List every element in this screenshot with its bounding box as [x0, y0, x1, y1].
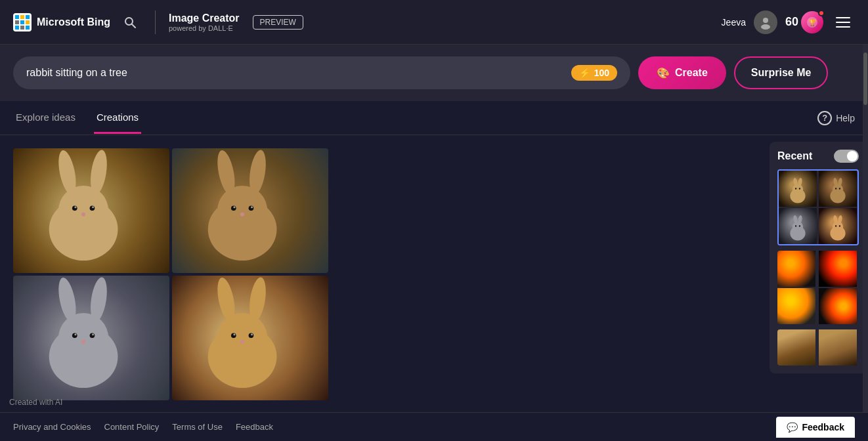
coins-section: 60 🏆	[785, 11, 823, 33]
footer-feedback-button[interactable]: 💬 Feedback	[776, 417, 855, 438]
search-section: ⚡ 100 🎨 Create Surprise Me	[0, 45, 868, 101]
bing-name: Microsoft Bing	[37, 16, 110, 28]
recent-toggle[interactable]	[834, 150, 859, 163]
user-name: Jeeva	[722, 17, 746, 28]
terms-link[interactable]: Terms of Use	[172, 422, 223, 432]
avatar[interactable]	[754, 10, 777, 34]
tab-explore[interactable]: Explore ideas	[13, 102, 78, 134]
recent-grid-1[interactable]	[777, 169, 859, 245]
scrollbar-track[interactable]	[863, 45, 868, 412]
recent-grid-3[interactable]	[777, 329, 859, 366]
bing-logo[interactable]: Microsoft Bing	[13, 13, 110, 32]
recent-thumb-9[interactable]	[777, 329, 815, 366]
scrollbar-thumb[interactable]	[863, 52, 867, 105]
recent-thumb-1[interactable]	[779, 171, 817, 207]
privacy-link[interactable]: Privacy and Cookies	[13, 422, 91, 432]
image-grid	[13, 148, 328, 399]
header: Microsoft Bing Image Creator powered by …	[0, 0, 868, 45]
svg-point-11	[763, 18, 768, 23]
hamburger-menu-button[interactable]	[831, 10, 855, 34]
generated-image-2[interactable]	[172, 148, 328, 273]
create-label: Create	[675, 67, 708, 79]
recent-grid-2[interactable]	[777, 251, 859, 324]
notification-dot	[818, 10, 825, 16]
svg-text:🏆: 🏆	[808, 18, 817, 27]
hamburger-line-3	[836, 26, 850, 28]
generated-image-4[interactable]	[172, 276, 328, 400]
help-button[interactable]: ? Help	[817, 111, 855, 125]
tabs-section: Explore ideas Creations ? Help	[0, 101, 868, 135]
header-divider	[155, 10, 156, 34]
coin-icon: 🏆	[801, 11, 823, 33]
search-input-wrapper: ⚡ 100	[13, 56, 630, 89]
header-search-button[interactable]	[118, 10, 142, 34]
tab-creations[interactable]: Creations	[94, 102, 141, 134]
bolt-icon: ⚡	[579, 68, 590, 78]
svg-rect-6	[15, 26, 19, 30]
recent-section: Recent	[770, 142, 867, 373]
feedback-btn-label: Feedback	[802, 422, 844, 432]
bolt-badge: ⚡ 100	[571, 65, 617, 81]
toggle-knob	[847, 151, 857, 161]
main-content: Recent	[0, 135, 868, 412]
bolt-count: 100	[594, 68, 609, 78]
generated-image-1[interactable]	[13, 148, 169, 273]
create-button[interactable]: 🎨 Create	[638, 56, 726, 89]
recent-thumb-7[interactable]	[777, 288, 815, 324]
app-title: Image Creator	[169, 12, 240, 24]
search-input[interactable]	[26, 67, 563, 79]
svg-rect-0	[15, 15, 19, 19]
create-icon: 🎨	[657, 67, 670, 79]
surprise-me-button[interactable]: Surprise Me	[734, 56, 829, 89]
recent-header: Recent	[777, 150, 859, 163]
help-icon: ?	[817, 111, 832, 125]
recent-thumb-5[interactable]	[777, 251, 815, 287]
recent-thumb-6[interactable]	[819, 251, 857, 287]
image-creator-branding: Image Creator powered by DALL·E	[169, 12, 240, 32]
footer: Privacy and Cookies Content Policy Terms…	[0, 412, 868, 441]
app-subtitle: powered by DALL·E	[169, 24, 240, 32]
svg-rect-5	[26, 20, 30, 24]
preview-badge: PREVIEW	[253, 15, 303, 30]
generated-image-3[interactable]	[13, 276, 169, 400]
recent-thumb-4[interactable]	[819, 208, 857, 244]
user-section: Jeeva 60 🏆	[722, 10, 855, 34]
created-ai-label: Created with AI	[9, 398, 62, 407]
hamburger-line-2	[836, 22, 850, 23]
svg-rect-3	[15, 20, 19, 24]
bing-logo-icon	[13, 13, 32, 32]
feedback-icon: 💬	[787, 422, 798, 432]
recent-label: Recent	[777, 150, 812, 162]
recent-thumb-10[interactable]	[819, 329, 857, 366]
recent-thumb-2[interactable]	[819, 171, 857, 207]
recent-thumb-8[interactable]	[819, 288, 857, 324]
sidebar: Recent	[763, 135, 868, 412]
svg-rect-2	[26, 15, 30, 19]
surprise-label: Surprise Me	[751, 67, 812, 78]
feedback-link[interactable]: Feedback	[236, 422, 273, 432]
svg-line-10	[132, 24, 135, 28]
svg-rect-4	[20, 20, 24, 24]
hamburger-line-1	[836, 17, 850, 18]
svg-rect-1	[20, 15, 24, 19]
svg-rect-8	[26, 26, 30, 30]
help-label: Help	[836, 113, 855, 123]
content-policy-link[interactable]: Content Policy	[104, 422, 160, 432]
svg-point-12	[761, 24, 770, 30]
image-grid-area	[0, 135, 763, 412]
svg-rect-7	[20, 26, 24, 30]
coins-count: 60	[785, 15, 798, 29]
recent-thumb-3[interactable]	[779, 208, 817, 244]
